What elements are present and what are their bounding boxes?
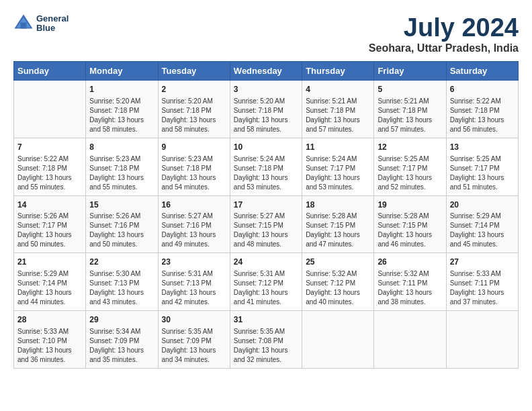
- calendar-cell: 18Sunrise: 5:28 AM Sunset: 7:15 PM Dayli…: [302, 195, 374, 253]
- calendar-cell: 8Sunrise: 5:23 AM Sunset: 7:18 PM Daylig…: [86, 138, 158, 195]
- calendar-cell: 9Sunrise: 5:23 AM Sunset: 7:18 PM Daylig…: [158, 138, 230, 195]
- calendar-cell: 30Sunrise: 5:35 AM Sunset: 7:09 PM Dayli…: [158, 311, 230, 369]
- day-info: Sunrise: 5:21 AM Sunset: 7:18 PM Dayligh…: [378, 97, 442, 134]
- column-header-wednesday: Wednesday: [230, 62, 302, 81]
- calendar-cell: 15Sunrise: 5:26 AM Sunset: 7:16 PM Dayli…: [86, 195, 158, 253]
- logo-text: General Blue: [36, 14, 69, 34]
- day-info: Sunrise: 5:20 AM Sunset: 7:18 PM Dayligh…: [162, 97, 226, 134]
- calendar-cell: 3Sunrise: 5:20 AM Sunset: 7:18 PM Daylig…: [230, 81, 302, 138]
- calendar-cell: 17Sunrise: 5:27 AM Sunset: 7:15 PM Dayli…: [230, 195, 302, 253]
- day-number: 22: [89, 257, 154, 268]
- day-number: 24: [234, 257, 298, 268]
- calendar-cell: 23Sunrise: 5:31 AM Sunset: 7:13 PM Dayli…: [158, 253, 230, 311]
- day-info: Sunrise: 5:20 AM Sunset: 7:18 PM Dayligh…: [234, 97, 298, 134]
- header-row: SundayMondayTuesdayWednesdayThursdayFrid…: [14, 62, 519, 81]
- calendar-cell: 28Sunrise: 5:33 AM Sunset: 7:10 PM Dayli…: [14, 311, 86, 369]
- day-info: Sunrise: 5:35 AM Sunset: 7:08 PM Dayligh…: [234, 327, 298, 365]
- logo: General Blue: [13, 13, 69, 34]
- day-number: 29: [89, 314, 154, 326]
- calendar-cell: [14, 81, 86, 138]
- day-info: Sunrise: 5:22 AM Sunset: 7:18 PM Dayligh…: [17, 154, 82, 192]
- calendar-cell: 1Sunrise: 5:20 AM Sunset: 7:18 PM Daylig…: [86, 81, 158, 138]
- calendar-cell: 5Sunrise: 5:21 AM Sunset: 7:18 PM Daylig…: [374, 81, 446, 138]
- day-number: 4: [306, 84, 370, 95]
- day-number: 9: [162, 142, 226, 153]
- day-info: Sunrise: 5:27 AM Sunset: 7:15 PM Dayligh…: [234, 212, 298, 249]
- day-number: 18: [306, 199, 370, 211]
- day-number: 13: [450, 142, 515, 153]
- day-number: 30: [162, 314, 226, 326]
- calendar-cell: 26Sunrise: 5:32 AM Sunset: 7:11 PM Dayli…: [374, 253, 446, 311]
- day-info: Sunrise: 5:32 AM Sunset: 7:11 PM Dayligh…: [378, 269, 442, 307]
- day-number: 12: [378, 142, 442, 153]
- day-info: Sunrise: 5:21 AM Sunset: 7:18 PM Dayligh…: [306, 97, 370, 134]
- day-info: Sunrise: 5:25 AM Sunset: 7:17 PM Dayligh…: [378, 154, 442, 192]
- day-number: 7: [17, 142, 82, 153]
- day-number: 15: [89, 199, 154, 211]
- day-info: Sunrise: 5:22 AM Sunset: 7:18 PM Dayligh…: [450, 97, 515, 134]
- logo-icon: [13, 13, 34, 34]
- calendar-cell: 16Sunrise: 5:27 AM Sunset: 7:16 PM Dayli…: [158, 195, 230, 253]
- week-row-2: 7Sunrise: 5:22 AM Sunset: 7:18 PM Daylig…: [14, 138, 519, 195]
- day-number: 17: [234, 199, 298, 211]
- day-number: 31: [234, 314, 298, 326]
- calendar-cell: 10Sunrise: 5:24 AM Sunset: 7:18 PM Dayli…: [230, 138, 302, 195]
- day-number: 26: [378, 257, 442, 268]
- column-header-monday: Monday: [86, 62, 158, 81]
- day-number: 5: [378, 84, 442, 95]
- calendar-cell: 13Sunrise: 5:25 AM Sunset: 7:17 PM Dayli…: [446, 138, 518, 195]
- calendar-cell: 12Sunrise: 5:25 AM Sunset: 7:17 PM Dayli…: [374, 138, 446, 195]
- day-info: Sunrise: 5:25 AM Sunset: 7:17 PM Dayligh…: [450, 154, 515, 192]
- column-header-friday: Friday: [374, 62, 446, 81]
- day-number: 23: [162, 257, 226, 268]
- calendar-cell: 4Sunrise: 5:21 AM Sunset: 7:18 PM Daylig…: [302, 81, 374, 138]
- column-header-saturday: Saturday: [446, 62, 518, 81]
- column-header-tuesday: Tuesday: [158, 62, 230, 81]
- week-row-4: 21Sunrise: 5:29 AM Sunset: 7:14 PM Dayli…: [14, 253, 519, 311]
- main-title: July 2024: [369, 13, 519, 42]
- day-info: Sunrise: 5:31 AM Sunset: 7:12 PM Dayligh…: [234, 269, 298, 307]
- day-number: 19: [378, 199, 442, 211]
- day-info: Sunrise: 5:29 AM Sunset: 7:14 PM Dayligh…: [450, 212, 515, 249]
- day-number: 1: [89, 84, 154, 95]
- day-number: 16: [162, 199, 226, 211]
- calendar-cell: 31Sunrise: 5:35 AM Sunset: 7:08 PM Dayli…: [230, 311, 302, 369]
- calendar-cell: [302, 311, 374, 369]
- day-info: Sunrise: 5:28 AM Sunset: 7:15 PM Dayligh…: [378, 212, 442, 249]
- logo-line2: Blue: [36, 24, 69, 33]
- calendar-cell: 19Sunrise: 5:28 AM Sunset: 7:15 PM Dayli…: [374, 195, 446, 253]
- calendar-cell: 24Sunrise: 5:31 AM Sunset: 7:12 PM Dayli…: [230, 253, 302, 311]
- day-number: 14: [17, 199, 82, 211]
- day-info: Sunrise: 5:29 AM Sunset: 7:14 PM Dayligh…: [17, 269, 82, 307]
- day-number: 3: [234, 84, 298, 95]
- calendar-cell: 21Sunrise: 5:29 AM Sunset: 7:14 PM Dayli…: [14, 253, 86, 311]
- calendar-cell: [374, 311, 446, 369]
- calendar-cell: 25Sunrise: 5:32 AM Sunset: 7:12 PM Dayli…: [302, 253, 374, 311]
- week-row-1: 1Sunrise: 5:20 AM Sunset: 7:18 PM Daylig…: [14, 81, 519, 138]
- day-info: Sunrise: 5:26 AM Sunset: 7:16 PM Dayligh…: [89, 212, 154, 249]
- day-info: Sunrise: 5:24 AM Sunset: 7:18 PM Dayligh…: [234, 154, 298, 192]
- week-row-3: 14Sunrise: 5:26 AM Sunset: 7:17 PM Dayli…: [14, 195, 519, 253]
- day-number: 8: [89, 142, 154, 153]
- day-info: Sunrise: 5:28 AM Sunset: 7:15 PM Dayligh…: [306, 212, 370, 249]
- day-info: Sunrise: 5:34 AM Sunset: 7:09 PM Dayligh…: [89, 327, 154, 365]
- day-info: Sunrise: 5:23 AM Sunset: 7:18 PM Dayligh…: [162, 154, 226, 192]
- day-number: 20: [450, 199, 515, 211]
- calendar-cell: 29Sunrise: 5:34 AM Sunset: 7:09 PM Dayli…: [86, 311, 158, 369]
- day-number: 27: [450, 257, 515, 268]
- day-info: Sunrise: 5:20 AM Sunset: 7:18 PM Dayligh…: [89, 97, 154, 134]
- calendar-cell: 14Sunrise: 5:26 AM Sunset: 7:17 PM Dayli…: [14, 195, 86, 253]
- calendar-cell: 22Sunrise: 5:30 AM Sunset: 7:13 PM Dayli…: [86, 253, 158, 311]
- calendar-cell: 7Sunrise: 5:22 AM Sunset: 7:18 PM Daylig…: [14, 138, 86, 195]
- day-info: Sunrise: 5:32 AM Sunset: 7:12 PM Dayligh…: [306, 269, 370, 307]
- day-info: Sunrise: 5:33 AM Sunset: 7:11 PM Dayligh…: [450, 269, 515, 307]
- day-info: Sunrise: 5:30 AM Sunset: 7:13 PM Dayligh…: [89, 269, 154, 307]
- calendar-cell: 11Sunrise: 5:24 AM Sunset: 7:17 PM Dayli…: [302, 138, 374, 195]
- day-info: Sunrise: 5:33 AM Sunset: 7:10 PM Dayligh…: [17, 327, 82, 365]
- day-info: Sunrise: 5:35 AM Sunset: 7:09 PM Dayligh…: [162, 327, 226, 365]
- svg-rect-2: [21, 23, 27, 29]
- day-number: 2: [162, 84, 226, 95]
- subtitle: Seohara, Uttar Pradesh, India: [369, 42, 519, 54]
- day-number: 6: [450, 84, 515, 95]
- day-number: 28: [17, 314, 82, 326]
